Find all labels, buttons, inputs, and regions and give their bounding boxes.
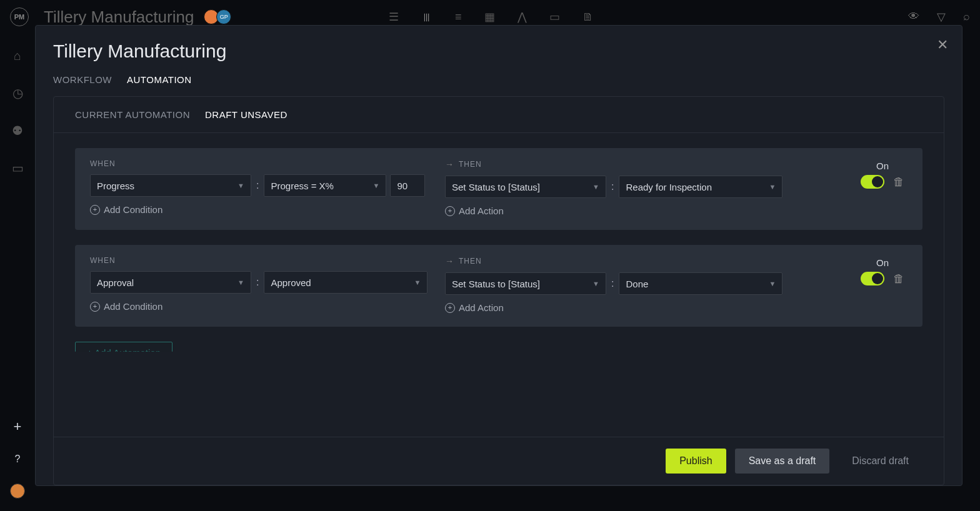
automation-panel: CURRENT AUTOMATION DRAFT UNSAVED WHEN Pr… [53,96,944,485]
avatar-stack[interactable]: GP [206,9,231,24]
colon: : [610,181,615,192]
plus-circle-icon: + [445,303,455,313]
modal-tabs: WORKFLOW AUTOMATION [36,62,962,85]
board-view-icon[interactable]: ⫼ [421,11,432,24]
when-op-value: Progress = X% [271,181,333,191]
colon: : [255,277,260,288]
rule-toggle[interactable] [861,272,884,285]
eye-icon[interactable]: 👁 [908,10,919,24]
then-value-select[interactable]: Done ▼ [619,272,782,295]
chevron-down-icon: ▼ [373,182,380,189]
when-value-input[interactable] [390,174,425,197]
then-action-value: Set Status to [Status] [452,182,540,192]
file-icon[interactable]: 🗎 [582,11,594,24]
app-logo[interactable]: PM [10,7,29,26]
modal-title: Tillery Manufacturing [36,41,962,62]
tab-automation[interactable]: AUTOMATION [127,74,192,85]
list-view-icon[interactable]: ☰ [389,10,399,24]
rules-scroll: WHEN Progress ▼ : Progress = X% ▼ [54,133,944,437]
top-right-tools: 👁 ▽ ⌕ [908,10,970,24]
when-op-value: Approved [271,277,311,288]
arrow-right-icon: → [445,159,454,169]
plus-circle-icon: + [90,205,100,215]
close-icon[interactable]: ✕ [937,37,948,53]
then-value-text: Done [626,279,648,289]
then-value-select[interactable]: Ready for Inspection ▼ [619,176,782,198]
filter-bars-icon[interactable]: ≡ [455,11,462,24]
arrow-right-icon: → [445,256,454,266]
chevron-down-icon: ▼ [238,279,244,286]
when-field-select[interactable]: Approval ▼ [90,271,251,294]
avatar-user2[interactable]: GP [216,9,231,24]
rule-toggle[interactable] [861,175,884,189]
project-title: Tillery Manufacturing [44,7,194,27]
add-action-button[interactable]: + Add Action [445,206,858,216]
chevron-down-icon: ▼ [414,279,421,286]
add-action-label: Add Action [459,302,504,313]
automation-rule: WHEN Approval ▼ : Approved ▼ + [75,245,922,327]
when-label: WHEN [90,159,116,168]
when-label: WHEN [90,256,116,265]
add-action-label: Add Action [459,206,504,216]
add-condition-label: Add Condition [104,204,162,215]
recent-icon[interactable]: ◷ [12,86,23,101]
add-action-button[interactable]: + Add Action [445,302,858,313]
then-action-value: Set Status to [Status] [452,279,540,289]
current-user-avatar[interactable] [10,484,25,499]
table-view-icon[interactable]: ▦ [484,10,495,24]
automation-modal: ✕ Tillery Manufacturing WORKFLOW AUTOMAT… [35,25,962,486]
chevron-down-icon: ▼ [238,182,244,189]
publish-button[interactable]: Publish [666,449,726,474]
add-condition-label: Add Condition [104,301,162,312]
plus-circle-icon: + [445,206,455,216]
subtab-current[interactable]: CURRENT AUTOMATION [75,109,190,120]
then-label: THEN [459,257,482,265]
home-icon[interactable]: ⌂ [14,49,21,63]
trash-icon[interactable]: 🗑 [893,176,904,189]
view-switcher: ☰ ⫼ ≡ ▦ ⋀ ▭ 🗎 [389,10,594,24]
modal-footer: Publish Save as a draft Discard draft [54,437,944,485]
plus-circle-icon: + [90,302,100,312]
left-rail: ⌂ ◷ ⚉ ▭ + ? [0,34,35,511]
automation-rule: WHEN Progress ▼ : Progress = X% ▼ [75,148,922,230]
then-action-select[interactable]: Set Status to [Status] ▼ [445,272,606,295]
add-icon[interactable]: + [14,419,22,435]
toggle-label: On [858,161,908,171]
subtab-draft[interactable]: DRAFT UNSAVED [205,109,288,120]
automation-subtabs: CURRENT AUTOMATION DRAFT UNSAVED [54,97,944,133]
when-field-select[interactable]: Progress ▼ [90,174,251,197]
when-operator-select[interactable]: Approved ▼ [264,271,428,294]
chevron-down-icon: ▼ [769,183,776,191]
then-action-select[interactable]: Set Status to [Status] ▼ [445,176,606,198]
colon: : [255,180,260,191]
calendar-icon[interactable]: ▭ [549,10,560,24]
when-field-value: Progress [97,181,134,191]
add-condition-button[interactable]: + Add Condition [90,204,445,215]
tab-workflow[interactable]: WORKFLOW [53,74,112,85]
then-label: THEN [459,160,482,169]
filter-icon[interactable]: ▽ [937,10,946,24]
trash-icon[interactable]: 🗑 [893,272,904,285]
colon: : [610,278,615,289]
people-icon[interactable]: ⚉ [12,123,23,138]
chevron-down-icon: ▼ [769,280,776,287]
add-automation-button[interactable]: + Add Automation [75,342,172,364]
when-operator-select[interactable]: Progress = X% ▼ [264,174,386,197]
discard-draft-button[interactable]: Discard draft [838,449,922,474]
save-draft-button[interactable]: Save as a draft [735,449,830,474]
chevron-down-icon: ▼ [592,280,599,287]
activity-icon[interactable]: ⋀ [518,10,527,24]
chevron-down-icon: ▼ [592,183,599,191]
briefcase-icon[interactable]: ▭ [12,161,24,176]
when-field-value: Approval [97,277,134,288]
then-value-text: Ready for Inspection [626,182,712,192]
toggle-label: On [858,257,908,268]
help-icon[interactable]: ? [15,454,21,465]
add-condition-button[interactable]: + Add Condition [90,301,445,312]
search-icon[interactable]: ⌕ [963,10,970,24]
